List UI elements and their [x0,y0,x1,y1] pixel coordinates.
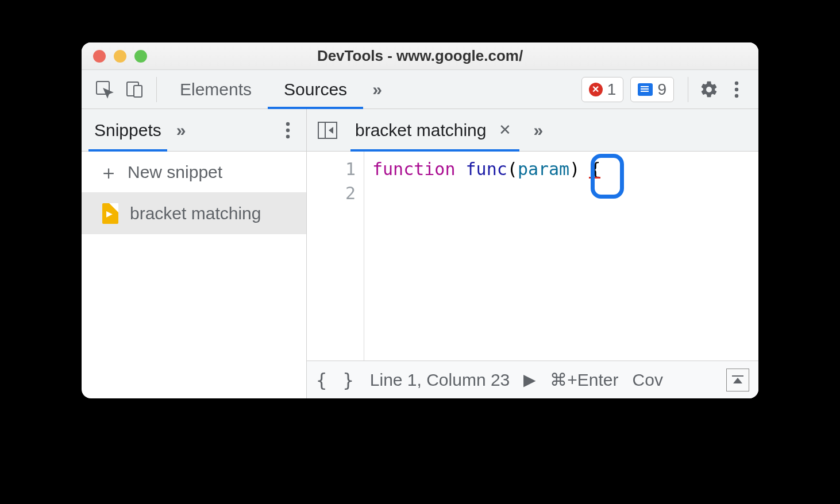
more-menu-icon[interactable] [723,76,750,103]
pretty-print-icon[interactable]: { } [316,369,356,391]
snippet-item[interactable]: bracket matching [82,193,306,234]
svg-point-3 [735,81,738,84]
svg-point-4 [735,87,738,91]
inspect-element-icon[interactable] [90,75,120,104]
snippet-file-icon [102,203,118,224]
errors-badge[interactable]: 1 [581,77,624,102]
snippet-name: bracket matching [130,204,261,223]
editor-tab[interactable]: bracket matching ✕ [350,109,519,152]
run-shortcut-label: ⌘+Enter [550,370,618,390]
close-window-button[interactable] [93,50,106,63]
token-paren: ) [569,159,580,179]
show-drawer-icon[interactable] [726,369,749,391]
message-icon [638,83,653,96]
toolbar-right: 1 9 [581,76,750,103]
separator [156,77,157,102]
tabs-overflow-icon[interactable]: » [363,80,391,99]
editor-pane: bracket matching ✕ » 1 2 function func(p… [307,109,758,398]
line-gutter: 1 2 [307,152,364,360]
new-snippet-button[interactable]: ＋ New snippet [82,152,306,193]
show-navigator-icon[interactable] [316,119,339,142]
minimize-window-button[interactable] [114,50,126,63]
svg-rect-9 [318,122,337,138]
sidebar-more-icon[interactable] [276,122,299,139]
token-parameter: param [518,159,569,179]
editor-tabs-overflow-icon[interactable]: » [519,121,557,140]
svg-point-7 [286,128,290,131]
sidebar-tabstrip: Snippets » [82,109,306,152]
svg-point-5 [735,94,738,97]
cursor-position: Line 1, Column 23 [370,370,510,390]
close-tab-icon[interactable]: ✕ [495,121,515,139]
window-title: DevTools - www.google.com/ [317,47,523,65]
error-icon [589,83,603,96]
sidebar-tabs-overflow-icon[interactable]: » [167,121,195,140]
svg-rect-2 [134,86,142,97]
tab-elements[interactable]: Elements [164,70,268,109]
main-toolbar: Elements Sources » 1 9 [82,70,758,109]
svg-rect-11 [732,375,743,377]
separator [688,77,688,102]
messages-badge[interactable]: 9 [630,77,674,102]
error-underline [589,177,600,179]
toolbar-left: Elements Sources » [90,70,391,109]
token-paren: ( [507,159,518,179]
messages-count: 9 [657,80,666,99]
errors-count: 1 [607,80,616,99]
token-keyword: function [372,159,456,179]
svg-point-6 [286,122,290,125]
tab-sources[interactable]: Sources [268,70,363,109]
devtools-window: DevTools - www.google.com/ Elements Sour… [82,42,758,398]
token-function-name: func [466,159,507,179]
editor-tab-label: bracket matching [355,121,486,140]
code-editor[interactable]: 1 2 function func(param) { [307,152,758,360]
settings-icon[interactable] [695,76,723,103]
titlebar: DevTools - www.google.com/ [82,42,758,70]
line-number: 1 [307,157,356,181]
coverage-label[interactable]: Cov [633,370,663,390]
editor-tabstrip: bracket matching ✕ » [307,109,758,152]
sidebar: Snippets » ＋ New snippet bracket matchin… [82,109,307,398]
device-toggle-icon[interactable] [120,75,149,104]
fullscreen-window-button[interactable] [134,50,147,63]
sidebar-tab-snippets[interactable]: Snippets [88,109,167,152]
traffic-lights [93,50,147,63]
plus-icon: ＋ [99,162,118,182]
run-icon[interactable]: ▶ [523,370,536,389]
token-brace: { [590,159,600,179]
new-snippet-label: New snippet [128,162,222,182]
line-number: 2 [307,181,356,206]
svg-point-8 [286,134,290,138]
code-content[interactable]: function func(param) { [364,152,608,360]
editor-statusbar: { } Line 1, Column 23 ▶ ⌘+Enter Cov [307,360,758,398]
main-body: Snippets » ＋ New snippet bracket matchin… [82,109,758,398]
